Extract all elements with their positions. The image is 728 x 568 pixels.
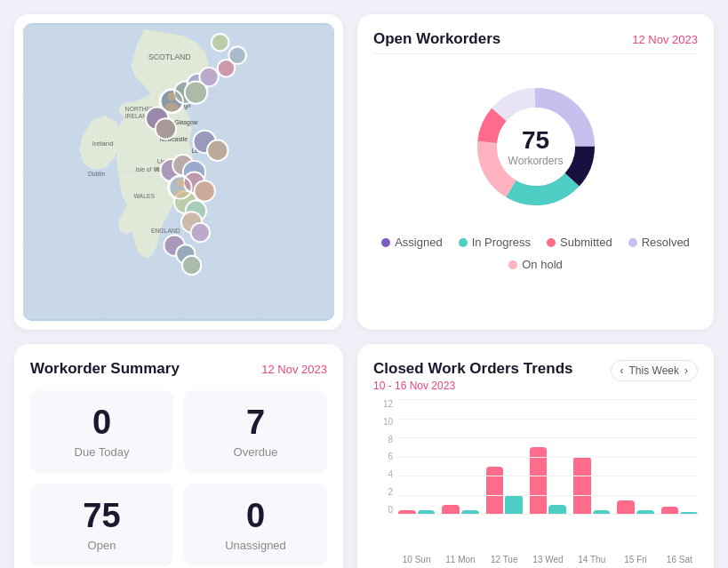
chart-day-label: 16 Sat bbox=[661, 555, 698, 564]
svg-point-50 bbox=[167, 92, 176, 101]
bar-overdue bbox=[442, 505, 460, 515]
chart-day-label: 15 Fri bbox=[617, 555, 653, 564]
legend-label-resolved: Resolved bbox=[642, 236, 690, 249]
workorders-card: Open Workorders 12 Nov 2023 bbox=[357, 14, 714, 330]
summary-label-unassigned: Unassigned bbox=[198, 539, 313, 552]
bar-group bbox=[530, 447, 566, 515]
bar-overdue bbox=[573, 457, 591, 515]
svg-point-29 bbox=[228, 47, 245, 64]
legend-item-resolved: Resolved bbox=[628, 236, 690, 249]
svg-text:Glasgow: Glasgow bbox=[174, 119, 198, 126]
legend-dot-onhold bbox=[508, 260, 517, 269]
bar-overdue bbox=[398, 510, 416, 515]
donut-center: 75 Workorders bbox=[508, 126, 564, 167]
summary-header: Workorder Summary 12 Nov 2023 bbox=[30, 360, 327, 378]
summary-item-open: 75 Open bbox=[30, 484, 173, 566]
svg-point-45 bbox=[191, 223, 210, 242]
bar-group bbox=[661, 507, 698, 515]
workorders-divider bbox=[373, 53, 698, 54]
bar-group bbox=[486, 467, 523, 515]
bar-group bbox=[573, 457, 610, 515]
bar-ontime bbox=[548, 505, 566, 515]
svg-point-53 bbox=[176, 179, 185, 188]
summary-label-due-today: Due Today bbox=[44, 445, 159, 459]
trends-card: Closed Work Orders Trends 10 - 16 Nov 20… bbox=[357, 344, 714, 568]
chart-day-label: 14 Thu bbox=[573, 555, 610, 564]
trends-header: Closed Work Orders Trends 10 - 16 Nov 20… bbox=[373, 360, 698, 392]
map-svg: SCOTLAND United Kingdom Ireland NORTHERN… bbox=[23, 23, 334, 321]
map-container: SCOTLAND United Kingdom Ireland NORTHERN… bbox=[23, 23, 334, 321]
y-axis-label: 12 bbox=[373, 399, 393, 409]
week-nav-button[interactable]: ‹ This Week › bbox=[611, 360, 698, 381]
dashboard: SCOTLAND United Kingdom Ireland NORTHERN… bbox=[14, 14, 714, 568]
y-axis-label: 2 bbox=[373, 487, 393, 497]
chart-day-label: 11 Mon bbox=[442, 555, 478, 564]
bar-overdue bbox=[486, 467, 504, 515]
legend-label-inprogress: In Progress bbox=[472, 236, 531, 249]
bar-ontime bbox=[418, 510, 436, 515]
y-axis-label: 8 bbox=[373, 435, 393, 444]
bar-overdue bbox=[617, 500, 635, 515]
legend-label-assigned: Assigned bbox=[395, 236, 442, 249]
bar-group bbox=[617, 500, 653, 515]
summary-date: 12 Nov 2023 bbox=[261, 363, 327, 376]
svg-point-35 bbox=[207, 140, 228, 161]
summary-title: Workorder Summary bbox=[30, 360, 180, 378]
summary-grid: 0 Due Today 7 Overdue 75 Open 0 Unassign… bbox=[30, 390, 327, 566]
chart-day-label: 10 Sun bbox=[398, 555, 435, 564]
legend-item-submitted: Submitted bbox=[547, 236, 612, 249]
summary-label-open: Open bbox=[44, 539, 159, 552]
chevron-left-icon: ‹ bbox=[620, 364, 624, 377]
bar-group bbox=[398, 510, 435, 515]
svg-text:SCOTLAND: SCOTLAND bbox=[148, 52, 191, 61]
bar-overdue bbox=[530, 447, 548, 515]
chart-bars bbox=[398, 399, 698, 515]
donut-number: 75 bbox=[508, 126, 564, 155]
svg-point-48 bbox=[182, 256, 201, 275]
trends-title: Closed Work Orders Trends bbox=[373, 360, 573, 378]
bar-ontime bbox=[461, 510, 479, 515]
legend-dot-inprogress bbox=[459, 238, 468, 247]
legend-label-submitted: Submitted bbox=[560, 236, 612, 249]
summary-item-overdue: 7 Overdue bbox=[184, 390, 327, 473]
bar-overdue bbox=[661, 507, 679, 515]
trends-subtitle: 10 - 16 Nov 2023 bbox=[373, 380, 573, 392]
map-card: SCOTLAND United Kingdom Ireland NORTHERN… bbox=[14, 14, 343, 330]
svg-point-30 bbox=[212, 34, 228, 51]
workorders-legend: Assigned In Progress Submitted Resolved … bbox=[373, 236, 698, 271]
svg-text:ENGLAND: ENGLAND bbox=[151, 228, 180, 234]
week-nav-label: This Week bbox=[629, 364, 679, 377]
chart-day-label: 12 Tue bbox=[486, 555, 523, 564]
legend-label-onhold: On hold bbox=[522, 258, 563, 271]
summary-item-due-today: 0 Due Today bbox=[30, 390, 173, 473]
legend-item-inprogress: In Progress bbox=[459, 236, 531, 249]
summary-number-open: 75 bbox=[44, 498, 159, 535]
workorders-title: Open Workorders bbox=[373, 30, 500, 48]
legend-item-assigned: Assigned bbox=[381, 236, 442, 249]
svg-point-54 bbox=[173, 189, 188, 198]
summary-number-overdue: 7 bbox=[198, 404, 313, 442]
bar-ontime bbox=[505, 495, 523, 515]
summary-card: Workorder Summary 12 Nov 2023 0 Due Toda… bbox=[14, 344, 343, 568]
bar-ontime bbox=[593, 510, 611, 515]
legend-dot-resolved bbox=[628, 238, 637, 247]
bar-ontime bbox=[680, 512, 698, 515]
workorders-date: 12 Nov 2023 bbox=[632, 33, 698, 46]
svg-text:WALES: WALES bbox=[133, 193, 155, 199]
legend-dot-submitted bbox=[547, 238, 556, 247]
summary-item-unassigned: 0 Unassigned bbox=[184, 484, 327, 566]
donut-container: 75 Workorders bbox=[465, 76, 607, 218]
y-axis-label: 10 bbox=[373, 417, 393, 427]
summary-label-overdue: Overdue bbox=[198, 445, 313, 459]
donut-section: 75 Workorders Assigned In Progress Submi… bbox=[373, 67, 698, 271]
donut-label: Workorders bbox=[508, 155, 564, 167]
summary-number-due-today: 0 bbox=[44, 404, 159, 442]
svg-point-41 bbox=[195, 180, 215, 201]
y-axis-label: 4 bbox=[373, 469, 393, 479]
workorders-header: Open Workorders 12 Nov 2023 bbox=[373, 30, 698, 48]
svg-point-33 bbox=[185, 81, 207, 103]
y-axis-label: 6 bbox=[373, 452, 393, 461]
trends-title-group: Closed Work Orders Trends 10 - 16 Nov 20… bbox=[373, 360, 573, 392]
y-axis: 121086420 bbox=[373, 399, 393, 515]
chart-area: 121086420 bbox=[373, 399, 698, 550]
